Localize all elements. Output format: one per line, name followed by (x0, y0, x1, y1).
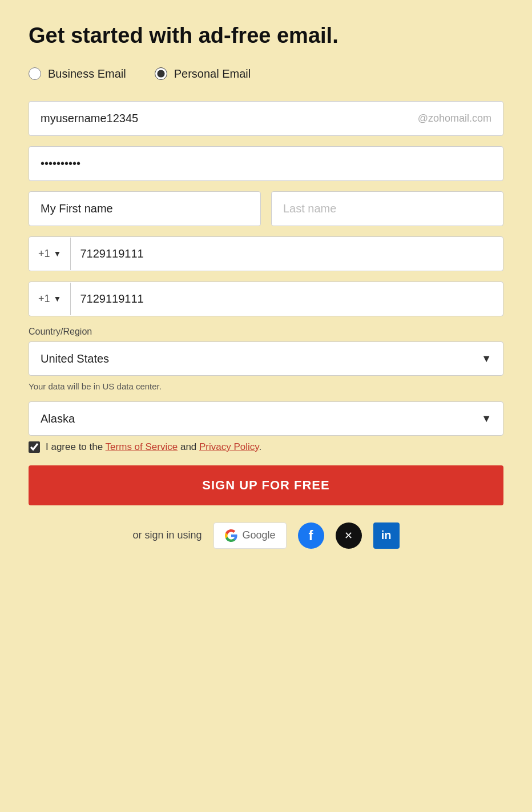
phone-code-1-chevron-icon: ▼ (54, 249, 62, 258)
page-title: Get started with ad-free email. (29, 23, 503, 49)
lastname-input[interactable] (271, 191, 503, 226)
state-select[interactable]: Alaska Alabama Arizona Arkansas Californ… (29, 402, 503, 435)
facebook-icon: f (309, 528, 313, 544)
phone-code-2-selector[interactable]: +1 ▼ (29, 283, 71, 315)
email-domain-suffix: @zohomail.com (412, 112, 491, 124)
twitter-icon: ✕ (344, 529, 353, 542)
business-email-radio[interactable] (29, 67, 41, 80)
social-signin-row: or sign in using Google f ✕ in (29, 522, 503, 549)
country-select[interactable]: United States Canada United Kingdom Aust… (29, 342, 503, 375)
linkedin-signin-button[interactable]: in (373, 522, 400, 549)
phone-number-1-input[interactable] (71, 237, 503, 271)
firstname-input[interactable] (29, 191, 261, 226)
google-signin-button[interactable]: Google (213, 522, 287, 549)
twitter-signin-button[interactable]: ✕ (336, 522, 362, 549)
country-label: Country/Region (29, 327, 503, 337)
phone-code-1-selector[interactable]: +1 ▼ (29, 238, 71, 270)
phone-field-1-wrapper: +1 ▼ (29, 236, 503, 271)
agree-checkbox[interactable] (29, 441, 40, 453)
phone-number-2-input[interactable] (71, 282, 503, 316)
business-email-option[interactable]: Business Email (29, 67, 126, 81)
google-icon (224, 529, 238, 542)
phone-code-1-value: +1 (38, 248, 50, 260)
phone-code-2-value: +1 (38, 293, 50, 305)
phone-field-2-wrapper: +1 ▼ (29, 282, 503, 316)
facebook-signin-button[interactable]: f (298, 522, 324, 549)
personal-email-option[interactable]: Personal Email (155, 67, 251, 81)
personal-email-label: Personal Email (174, 67, 251, 81)
google-button-label: Google (243, 529, 276, 541)
privacy-link[interactable]: Privacy Policy (199, 441, 259, 452)
username-field-wrapper: @zohomail.com (29, 101, 503, 136)
state-select-wrapper: Alaska Alabama Arizona Arkansas Californ… (29, 401, 503, 436)
social-signin-text: or sign in using (132, 529, 201, 541)
data-center-note: Your data will be in US data center. (29, 381, 503, 391)
name-row (29, 191, 503, 226)
email-type-group: Business Email Personal Email (29, 67, 503, 81)
linkedin-icon: in (381, 529, 392, 542)
country-select-wrapper: United States Canada United Kingdom Aust… (29, 341, 503, 376)
agree-text: I agree to the Terms of Service and Priv… (46, 441, 261, 453)
password-input[interactable] (29, 146, 503, 181)
terms-link[interactable]: Terms of Service (106, 441, 178, 452)
business-email-label: Business Email (48, 67, 126, 81)
username-input[interactable] (41, 102, 412, 135)
phone-code-2-chevron-icon: ▼ (54, 294, 62, 303)
personal-email-radio[interactable] (155, 67, 167, 80)
agree-row: I agree to the Terms of Service and Priv… (29, 441, 503, 453)
signup-button[interactable]: SIGN UP FOR FREE (29, 465, 503, 505)
